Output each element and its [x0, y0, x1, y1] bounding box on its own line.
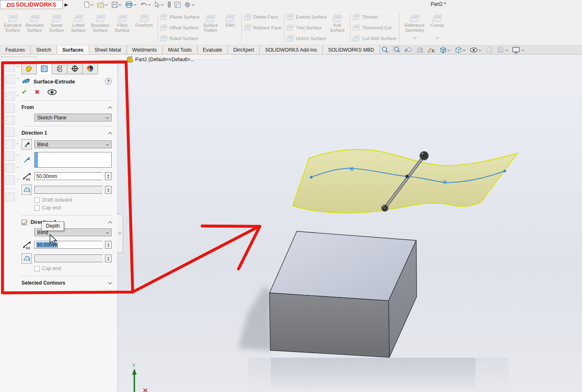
ribbon-small-button[interactable]: Offset Surface	[160, 23, 198, 32]
selected-contours-header[interactable]: Selected Contours	[21, 280, 112, 286]
ribbon-small-button[interactable]: Cut With Surface	[353, 34, 396, 43]
dynamic-annotation-icon[interactable]: A	[427, 47, 435, 54]
curves-button[interactable]: Curves	[427, 13, 447, 38]
toggle-bar-icon[interactable]	[167, 1, 172, 8]
ribbon-large-button[interactable]: ExtrudedSurface	[2, 13, 24, 33]
direction2-checkbox[interactable]	[21, 220, 27, 225]
from-section-header[interactable]: From	[21, 105, 112, 110]
chevron-down-icon[interactable]	[413, 36, 416, 39]
preview-eye-icon[interactable]	[47, 89, 57, 95]
ribbon-tab[interactable]: Sheet Metal	[89, 45, 127, 54]
direction2-section-header[interactable]: Direction 2	[21, 219, 112, 225]
surface-tool-icon	[95, 15, 105, 22]
ribbon-small-button[interactable]: Ruled Surface	[160, 34, 198, 43]
ribbon-small-button[interactable]: Trim Surface	[287, 23, 322, 32]
tree-width-splitter[interactable]	[0, 55, 231, 60]
ribbon-small-button[interactable]: Thickened Cut	[353, 23, 391, 32]
zoom-to-fit-icon[interactable]	[381, 46, 389, 54]
ribbon-tab[interactable]: Features	[0, 45, 31, 54]
ribbon-small-button[interactable]: Planar Surface	[160, 12, 200, 21]
save-icon[interactable]	[111, 1, 123, 8]
view-settings-icon[interactable]	[512, 47, 525, 54]
ribbon-tab[interactable]: SOLIDWORKS MBD	[323, 45, 380, 54]
zoom-to-area-icon[interactable]	[393, 46, 401, 54]
graphics-area[interactable]: Y Part2 (Default<<Default>...	[0, 55, 582, 392]
new-document-icon[interactable]	[83, 1, 95, 8]
select-cursor-icon[interactable]	[154, 1, 165, 8]
direction1-section-header[interactable]: Direction 1	[21, 130, 112, 136]
display-style-icon[interactable]	[454, 46, 466, 54]
direction1-end-condition-select[interactable]: Blind	[34, 140, 112, 148]
options-gear-icon[interactable]	[183, 1, 196, 9]
draft-on-off-button[interactable]	[21, 185, 32, 195]
cancel-button[interactable]: ✖	[34, 88, 40, 96]
apply-scene-icon[interactable]	[497, 46, 508, 54]
edit-appearance-icon[interactable]	[486, 46, 493, 54]
ribbon-tab[interactable]: Surfaces	[57, 45, 89, 54]
collapse-icon[interactable]	[108, 221, 112, 225]
ribbon-small-button[interactable]: Replace Face	[244, 23, 281, 32]
cap-end-checkbox[interactable]	[34, 205, 40, 211]
ribbon-tab[interactable]: DimXpert	[228, 45, 260, 54]
draft-outward-checkbox[interactable]	[34, 197, 40, 203]
direction1-depth-input[interactable]: 50.00mm	[34, 172, 103, 180]
ribbon-tab[interactable]: SOLIDWORKS Add-Ins	[260, 45, 322, 54]
chevron-down-icon[interactable]	[436, 36, 439, 39]
view-orientation-icon[interactable]	[439, 46, 451, 54]
ribbon-large-button[interactable]: RevolvedSurface	[24, 13, 45, 33]
help-icon[interactable]: ?	[105, 78, 112, 85]
ribbon-small-button[interactable]: Extend Surface	[287, 12, 327, 21]
ribbon-large-button[interactable]: BoundarySurface	[89, 13, 111, 33]
expand-icon[interactable]	[108, 280, 112, 285]
tab-property-manager[interactable]	[37, 63, 52, 74]
print-icon[interactable]	[124, 1, 138, 8]
surface-flatten-button[interactable]: SurfaceFlatten	[200, 13, 222, 33]
knit-surface-button[interactable]: KnitSurface	[327, 13, 348, 33]
undo-icon[interactable]	[139, 1, 152, 8]
flyout-feature-tree[interactable]: Part2 (Default<<Default>...	[126, 56, 194, 63]
start-condition-select[interactable]: Sketch Plane	[34, 114, 112, 121]
previous-view-icon[interactable]	[405, 47, 413, 54]
ribbon-small-button[interactable]: Untrim Surface	[287, 34, 326, 43]
collapse-icon[interactable]	[108, 106, 112, 110]
ribbon-tab[interactable]: Evaluate	[198, 45, 228, 54]
section-view-icon[interactable]	[416, 47, 423, 54]
panel-collapse-handle[interactable]	[117, 214, 123, 253]
ribbon-large-button[interactable]: LoftedSurface	[67, 13, 89, 33]
direction1-reference-listbox[interactable]	[34, 152, 112, 168]
collapse-icon[interactable]	[108, 132, 112, 136]
tab-dimxpert-manager[interactable]	[67, 63, 83, 74]
direction2-depth-spinner[interactable]: ▲▼	[105, 241, 112, 249]
tab-configuration-manager[interactable]	[52, 63, 67, 74]
manipulator-midpoint[interactable]	[405, 175, 409, 178]
manipulator-bottom-handle[interactable]	[382, 205, 389, 212]
flyout-tree-label[interactable]: Part2 (Default<<Default>...	[135, 57, 194, 62]
menu-expand-icon[interactable]: ▶	[64, 2, 68, 7]
direction1-depth-spinner[interactable]: ▲▼	[105, 172, 112, 180]
ribbon-large-button[interactable]: Freeform	[133, 13, 155, 33]
draft-on-off-button[interactable]	[21, 253, 32, 264]
ribbon-large-button[interactable]: FilledSurface	[111, 13, 133, 33]
ribbon-tab[interactable]: Weldments	[127, 45, 163, 54]
reverse-direction-button[interactable]	[21, 139, 32, 150]
ribbon-small-button[interactable]: Thicken	[353, 12, 378, 21]
reference-geometry-button[interactable]: ReferenceGeometry	[402, 13, 427, 38]
box-front-face[interactable]	[270, 293, 389, 357]
fillet-button[interactable]: Fillet	[222, 13, 239, 33]
spline-endpoint[interactable]	[503, 170, 506, 172]
direction2-depth-input[interactable]: 50.00mm	[34, 241, 103, 249]
task-list-icon[interactable]	[174, 1, 181, 8]
ok-button[interactable]: ✔	[21, 88, 27, 96]
manipulator-top-handle[interactable]	[420, 151, 429, 160]
ribbon-small-button[interactable]: Delete Face	[244, 12, 278, 21]
ribbon-large-button[interactable]: SweptSurface	[45, 13, 67, 33]
hide-show-items-icon[interactable]	[470, 47, 482, 53]
cap-end-checkbox[interactable]	[34, 266, 40, 271]
ribbon-tab[interactable]: Sketch	[31, 45, 57, 54]
spline-endpoint[interactable]	[310, 176, 312, 178]
tab-display-manager[interactable]	[83, 63, 98, 74]
tab-feature-manager[interactable]	[21, 63, 37, 74]
ribbon-tab[interactable]: Mold Tools	[163, 45, 198, 54]
open-document-icon[interactable]	[96, 1, 109, 8]
extruded-box[interactable]	[270, 231, 417, 357]
